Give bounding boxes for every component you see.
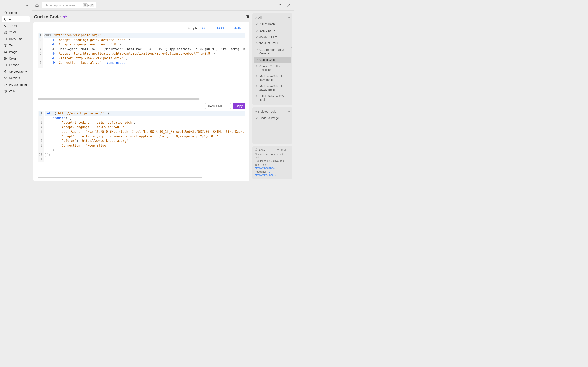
topbar: ⌘ + K (32, 0, 294, 11)
calendar-icon (4, 37, 7, 41)
tool-item-css-border-radius-generator[interactable]: CSS Border Radius Generator (254, 47, 291, 57)
nav-item-image[interactable]: Image (2, 49, 30, 55)
svg-rect-21 (268, 165, 268, 165)
svg-point-11 (280, 4, 281, 4)
info-action-icons[interactable] (277, 149, 290, 151)
input-editor[interactable]: 1234567 curl 'http://en.wikipedia.org/' … (38, 33, 245, 100)
code-icon (4, 83, 7, 86)
svg-rect-3 (6, 33, 7, 34)
home-icon (4, 11, 7, 15)
info-description: Convert curl command to code (255, 152, 290, 159)
svg-rect-0 (4, 31, 5, 32)
panel-header-related[interactable]: Related Tools (252, 109, 292, 115)
home-button[interactable] (35, 3, 39, 7)
svg-rect-2 (4, 33, 5, 34)
nav-item-json[interactable]: JSON (2, 23, 30, 29)
panel-toggle-button[interactable] (245, 15, 249, 19)
bulb-icon (256, 85, 258, 87)
share-icon[interactable] (278, 3, 281, 7)
sample-row: Sample: GET | POST | Auth | (38, 25, 245, 33)
version-label: 1.0.0 (255, 148, 265, 151)
tool-item-convert-text-file-encoding[interactable]: Convert Text File Encoding (254, 63, 291, 73)
text-icon (4, 44, 7, 47)
svg-rect-5 (4, 51, 7, 53)
plug-icon (4, 24, 7, 27)
search-box[interactable]: ⌘ + K (42, 2, 96, 8)
globe-icon[interactable] (280, 149, 283, 151)
nav-item-encode[interactable]: Encode (2, 62, 30, 68)
panel-all-label: All (258, 16, 261, 19)
check-circle-icon[interactable] (284, 149, 286, 151)
sidebar: HomeAllJSONYAMLDate/TimeTextImageColorEn… (0, 0, 32, 184)
feedback-link[interactable]: https://github.com/... (255, 173, 277, 176)
bulb-icon (256, 65, 258, 67)
kbd-shortcut: ⌘ + K (83, 3, 94, 7)
bulb-icon (256, 23, 258, 25)
nav-item-web[interactable]: Web (2, 88, 30, 94)
copy-button[interactable]: Copy (233, 103, 245, 109)
favorite-star-button[interactable] (63, 15, 67, 19)
page-title: Curl to Code (34, 14, 61, 20)
bulb-icon (256, 75, 258, 77)
bulb-icon (256, 117, 258, 119)
sample-label: Sample: (186, 26, 199, 30)
bolt-icon (4, 70, 7, 73)
info-box: 1.0.0 Convert curl command to code Publi… (252, 146, 292, 179)
sample-get-link[interactable]: GET (202, 26, 209, 30)
language-select[interactable]: JAVASCRIPT (205, 103, 231, 109)
tool-item-ntlm-hash[interactable]: NTLM Hash (254, 21, 291, 27)
info-feedback: Feedback: https://github.com/... (255, 170, 290, 176)
tool-item-curl-to-code[interactable]: Curl to Code (254, 57, 291, 63)
nav-item-date-time[interactable]: Date/Time (2, 36, 30, 42)
right-panel: All NTLM HashYAML To PHPJSON to CSVTOML … (251, 11, 294, 184)
nav-item-network[interactable]: Network (2, 75, 30, 81)
nav-item-color[interactable]: Color (2, 55, 30, 62)
main-card: Sample: GET | POST | Auth | 1234567 curl… (34, 22, 250, 182)
bulb-icon (256, 49, 258, 51)
svg-rect-16 (248, 16, 249, 18)
nav-item-text[interactable]: Text (2, 42, 30, 49)
tool-item-markdown-table-to-json-table[interactable]: Markdown Table to JSON Table (254, 83, 291, 93)
scroll-indicator (291, 47, 292, 48)
info-tool-link: Tool Link: https://t.he3app.co... (255, 163, 290, 169)
tool-item-yaml-to-php[interactable]: YAML To PHP (254, 28, 291, 34)
svg-point-6 (5, 51, 5, 52)
user-icon[interactable] (287, 3, 291, 7)
grid-icon (4, 31, 7, 34)
search-input[interactable] (45, 4, 81, 7)
sample-auth-link[interactable]: Auth (234, 26, 241, 30)
tool-item-json-to-csv[interactable]: JSON to CSV (254, 34, 291, 40)
sidebar-collapse-button[interactable] (26, 4, 29, 7)
panel-related-label: Related Tools (258, 110, 276, 113)
nav-item-home[interactable]: Home (2, 10, 30, 16)
nav-item-yaml[interactable]: YAML (2, 29, 30, 35)
chevron-down-icon (226, 105, 229, 107)
bulb-icon (256, 95, 258, 98)
output-hscroll[interactable] (38, 176, 245, 178)
tool-link[interactable]: https://t.he3app.co... (255, 166, 277, 169)
svg-point-14 (288, 4, 290, 5)
encode-icon (4, 63, 7, 67)
bulb-icon (256, 29, 258, 32)
svg-point-19 (284, 149, 286, 151)
svg-rect-20 (267, 164, 269, 166)
related-item-code-to-image[interactable]: Code To Image (254, 115, 291, 121)
bulb-icon (256, 58, 258, 61)
svg-rect-1 (6, 31, 7, 32)
nav-item-all[interactable]: All (2, 16, 30, 22)
sample-post-link[interactable]: POST (217, 26, 226, 30)
bolt-icon[interactable] (277, 149, 279, 151)
nav-item-programming[interactable]: Programming (2, 82, 30, 88)
svg-point-12 (278, 5, 279, 6)
tool-item-markdown-table-to-tsv-table[interactable]: Markdown Table to TSV Table (254, 73, 291, 83)
chevron-down-icon[interactable] (287, 149, 290, 151)
output-editor[interactable]: 1234567891011 ⌄fetch('http://en.wikipedi… (38, 111, 245, 178)
nav-item-cryptography[interactable]: Cryptography (2, 68, 30, 75)
tool-item-toml-to-yaml[interactable]: TOML To YAML (254, 41, 291, 47)
tool-item-html-table-to-tsv-table[interactable]: HTML Table to TSV Table (254, 93, 291, 103)
svg-point-13 (280, 6, 281, 7)
input-hscroll[interactable] (38, 98, 245, 100)
svg-rect-4 (4, 38, 7, 40)
palette-icon (4, 57, 7, 60)
panel-header-all[interactable]: All (252, 15, 292, 21)
